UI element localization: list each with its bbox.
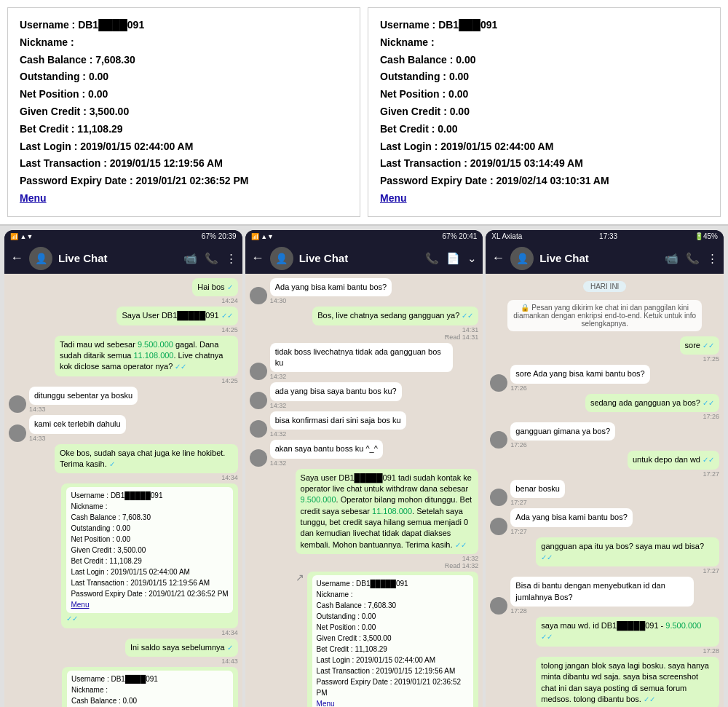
msg-p3-2-bubble: sore Ada yang bisa kami bantu bos? (510, 365, 649, 383)
phone2-status-right: 67% 20:41 (443, 232, 478, 240)
card1-bet-credit: Bet Credit : 11,108.29 (20, 121, 348, 138)
msg-p2-3-time: 14:32 (270, 373, 287, 380)
msg-p1-3: Tadi mau wd sebesar 9.500.000 gagal. Dan… (55, 336, 238, 384)
msg-p1-7-bubble: Ini saldo saya sebelumnya ✓ (125, 639, 238, 657)
msg-p3-7-avatar (490, 518, 507, 535)
phone2-status-left: 📶 ▲▼ (251, 233, 274, 240)
card1-menu-link[interactable]: Menu (20, 192, 47, 204)
phone2-avatar: 👤 (270, 247, 293, 270)
card1-last-transaction: Last Transaction : 2019/01/15 12:19:56 A… (20, 155, 348, 173)
msg-p2-5: bisa konfirmasi dari sini saja bos ku 14… (270, 411, 406, 438)
msg-p3-3-time: 17:26 (703, 413, 719, 420)
msg-p3-11-bubble: tolong jangan blok saya lagi bosku. saya… (536, 657, 719, 707)
phone2-back-arrow[interactable]: ← (251, 250, 264, 266)
phone1-status-left: 📶 ▲▼ (10, 233, 33, 240)
msg-p2-5-row: bisa konfirmasi dari sini saja bos ku 14… (250, 411, 479, 438)
msg-p1-7: Ini saldo saya sebelumnya ✓ 14:43 (125, 639, 238, 665)
msg-p1-4: ditunggu sebentar ya bosku 14:33 (29, 387, 138, 413)
card2-outstanding: Outstanding : 0.00 (380, 68, 708, 86)
phone1-video-icon[interactable]: 📹 (183, 252, 197, 265)
top-section: Username : DB1████091 Nickname : Cash Ba… (0, 0, 728, 226)
msg-p2-6-time: 14:32 (270, 459, 287, 467)
msg-p3-6-avatar (490, 489, 507, 506)
msg-p3-9-bubble: Bisa di bantu dengan menyebutkan id dan … (510, 577, 694, 607)
msg-p1-card1-time: 14:34 (221, 629, 238, 636)
card2-content: Username : DB1████091Nickname :Cash Bala… (67, 671, 233, 707)
msg-p1-5-row: kami cek terlebih dahulu 14:33 (9, 415, 238, 441)
msg-p2-6-row: akan saya bantu boss ku ^_^ 14:32 (250, 440, 479, 466)
msg-p2-1-bubble: Ada yang bisa kami bantu bos? (270, 278, 392, 296)
msg-p1-5: kami cek terlebih dahulu 14:33 (29, 415, 126, 441)
phone1-back-arrow[interactable]: ← (10, 250, 23, 266)
phone1-menu-icon[interactable]: ⋮ (226, 252, 237, 265)
phone2-chevron-icon[interactable]: ⌄ (467, 252, 477, 265)
msg-p1-5-bubble: kami cek terlebih dahulu (29, 415, 126, 433)
phone1-header-icons: 📹 📞 ⋮ (183, 252, 237, 265)
phone3-avatar: 👤 (510, 247, 534, 270)
msg-p2-7-time: 14:32 (462, 555, 479, 562)
msg-p1-6-bubble: Oke bos, sudah saya chat juga ke line ho… (55, 444, 238, 474)
msg-p2-card1: ↗ Username : DB1█████091Nickname :Cash B… (296, 572, 479, 707)
phone1-status-right: 67% 20:39 (202, 232, 237, 240)
phone2-doc-icon[interactable]: 📄 (446, 252, 460, 265)
phone3-carrier: XL Axiata (491, 232, 522, 240)
msg-p2-1-row: Ada yang bisa kami bantu bos? 14:30 (250, 278, 479, 304)
msg-p2-card1-bubble: Username : DB1█████091Nickname :Cash Bal… (307, 572, 479, 707)
phones-section: 📶 ▲▼ 67% 20:39 ← 👤 Live Chat 📹 📞 ⋮ Hai b… (0, 226, 728, 707)
msg-p3-5-bubble: untuk depo dan wd ✓✓ (628, 451, 719, 469)
msg-p1-5-avatar (9, 424, 26, 442)
phone3-back-arrow[interactable]: ← (491, 250, 505, 266)
phone3-video-icon[interactable]: 📹 (665, 252, 678, 265)
msg-p3-2-time: 17:26 (510, 384, 527, 392)
card1-nickname: Nickname : (20, 34, 348, 52)
msg-p3-2-avatar (490, 374, 507, 392)
share-icon-1[interactable]: ↗ (296, 572, 304, 583)
phone2-call-icon[interactable]: 📞 (425, 252, 439, 265)
msg-p1-4-time: 14:33 (29, 406, 46, 413)
msg-p3-10-bubble: saya mau wd. id DB1█████091 - 9.500.000 … (536, 617, 719, 647)
msg-p3-6: benar bosku 17:27 (510, 480, 565, 506)
phone2-header-icons: 📞 📄 ⌄ (425, 252, 477, 265)
phone3-menu-icon[interactable]: ⋮ (707, 252, 718, 265)
card2-password-expiry: Password Expiry Date : 2019/02/14 03:10:… (380, 173, 708, 190)
card2-given-credit: Given Credit : 0.00 (380, 103, 708, 121)
msg-p3-4: gangguan gimana ya bos? 17:26 (510, 422, 615, 449)
msg-p2-6-bubble: akan saya bantu boss ku ^_^ (270, 440, 383, 458)
msg-p2-1-time: 14:30 (270, 297, 287, 304)
phone3-call-icon[interactable]: 📞 (686, 252, 700, 265)
msg-p3-4-bubble: gangguan gimana ya bos? (510, 422, 615, 441)
card2-net-position: Net Position : 0.00 (380, 86, 708, 103)
msg-p3-6-time: 17:27 (510, 499, 527, 506)
card2-nickname: Nickname : (380, 34, 708, 52)
phone1-status-bar: 📶 ▲▼ 67% 20:39 (4, 230, 242, 243)
phone-2: 📶 ▲▼ 67% 20:41 ← 👤 Live Chat 📞 📄 ⌄ Ada y… (245, 230, 483, 707)
msg-p3-8: gangguan apa itu ya bos? saya mau wd bis… (536, 537, 719, 575)
card2-cash-balance: Cash Balance : 0.00 (380, 52, 708, 69)
msg-p3-4-avatar (490, 431, 507, 449)
msg-p3-9-row: Bisa di bantu dengan menyebutkan id dan … (490, 577, 719, 615)
phone2-chat-body: Ada yang bisa kami bantu bos? 14:30 Bos,… (245, 274, 483, 707)
msg-p2-4-avatar (250, 392, 267, 409)
card1-content: Username : DB1█████091Nickname :Cash Bal… (66, 487, 232, 613)
msg-p1-card2: Username : DB1████091Nickname :Cash Bala… (62, 667, 238, 707)
phone-3: XL Axiata 17:33 🔋45% ← 👤 Live Chat 📹 📞 ⋮… (486, 230, 724, 707)
card1-outstanding: Outstanding : 0.00 (20, 68, 348, 86)
phone1-call-icon[interactable]: 📞 (205, 252, 218, 265)
card2-menu-link[interactable]: Menu (380, 192, 407, 204)
msg-p2-7: Saya user DB1█████091 tadi sudah kontak … (296, 469, 479, 570)
msg-p1-1: Hai bos ✓ 14:24 (192, 278, 237, 304)
msg-p1-4-row: ditunggu sebentar ya bosku 14:33 (9, 387, 238, 413)
msg-p2-5-avatar (250, 420, 267, 438)
msg-p2-7-bubble: Saya user DB1█████091 tadi sudah kontak … (296, 469, 479, 555)
msg-p2-3-row: tidak boss livechatnya tidak ada ganggua… (250, 343, 479, 381)
msg-p2-2: Bos, live chatnya sedang gangguan ya? ✓✓… (312, 307, 478, 340)
msg-p2-2-bubble: Bos, live chatnya sedang gangguan ya? ✓✓ (312, 307, 478, 325)
phone3-battery: 🔋45% (695, 232, 718, 240)
msg-p3-5-time: 17:27 (703, 470, 719, 478)
msg-p3-7-row: Ada yang bisa kami bantu bos? 17:27 (490, 508, 719, 534)
msg-p3-10: saya mau wd. id DB1█████091 - 9.500.000 … (536, 617, 719, 655)
phone3-header-icons: 📹 📞 ⋮ (665, 252, 718, 265)
msg-p2-5-time: 14:32 (270, 430, 287, 438)
phone-1: 📶 ▲▼ 67% 20:39 ← 👤 Live Chat 📹 📞 ⋮ Hai b… (4, 230, 242, 707)
msg-p3-2-row: sore Ada yang bisa kami bantu bos? 17:26 (490, 365, 719, 391)
